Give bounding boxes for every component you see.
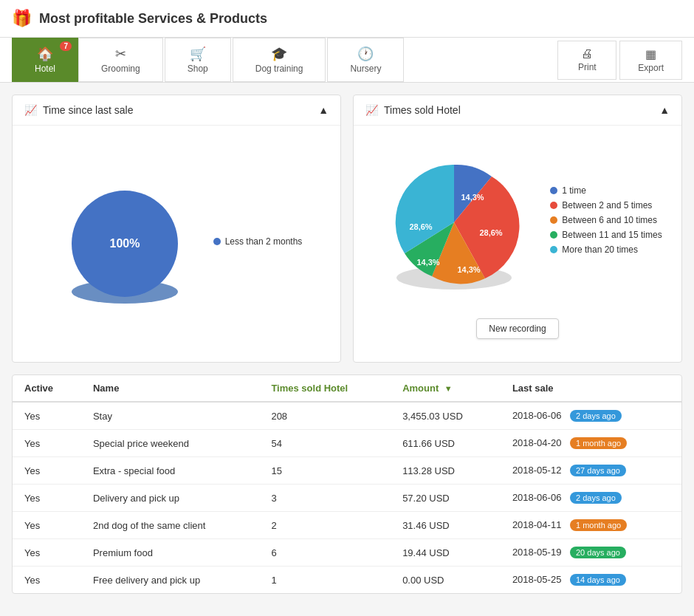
grooming-icon: ✂ (115, 46, 126, 62)
last-sale-badge-2: 27 days ago (570, 465, 626, 476)
dog-training-icon: 🎓 (271, 46, 287, 62)
col-active: Active (13, 375, 81, 402)
cell-last-sale-2: 2018-05-12 27 days ago (501, 457, 681, 485)
chart-right-collapse[interactable]: ▲ (659, 104, 670, 116)
export-label: Export (638, 63, 664, 73)
pie-left-container: 100% Less than 2 months (51, 170, 303, 318)
hotel-badge: 7 (60, 41, 72, 51)
cell-name-2: Extra - special food (81, 457, 259, 485)
table-row: Yes Premium food 6 19.44 USD 2018-05-19 … (13, 539, 681, 567)
export-icon: ▦ (645, 47, 656, 61)
col-times-sold-label: Times sold Hotel (271, 383, 348, 394)
cell-active-1: Yes (13, 430, 81, 457)
cell-active-3: Yes (13, 485, 81, 512)
svg-text:28,6%: 28,6% (410, 222, 433, 231)
last-sale-badge-3: 2 days ago (570, 492, 622, 504)
last-sale-badge-6: 14 days ago (570, 574, 626, 586)
table-row: Yes Free delivery and pick up 1 0.00 USD… (13, 567, 681, 594)
table-row: Yes Special price weekend 54 611.66 USD … (13, 430, 681, 457)
cell-last-sale-3: 2018-06-06 2 days ago (501, 485, 681, 512)
cell-last-sale-6: 2018-05-25 14 days ago (501, 567, 681, 594)
pie-left-legend: Less than 2 months (213, 236, 303, 251)
table-row: Yes Stay 208 3,455.03 USD 2018-06-06 2 d… (13, 402, 681, 430)
legend-label-r4: More than 20 times (562, 244, 638, 255)
svg-text:28,6%: 28,6% (480, 228, 503, 237)
last-sale-badge-5: 20 days ago (570, 547, 626, 558)
chart-left-title: 📈 Time since last sale (24, 104, 133, 116)
last-sale-badge-4: 1 month ago (570, 519, 627, 531)
cell-last-sale-5: 2018-05-19 20 days ago (501, 539, 681, 567)
new-recording-area: New recording (469, 311, 566, 346)
cell-last-sale-4: 2018-04-11 1 month ago (501, 512, 681, 539)
legend-item-r4: More than 20 times (550, 244, 662, 255)
cell-times-sold-1: 54 (259, 430, 391, 457)
chart-left-header: 📈 Time since last sale ▲ (13, 95, 340, 126)
cell-active-2: Yes (13, 457, 81, 485)
table-header-row: Active Name Times sold Hotel Amount ▼ La… (13, 375, 681, 402)
legend-label-0: Less than 2 months (225, 236, 303, 247)
cell-name-1: Special price weekend (81, 430, 259, 457)
charts-row: 📈 Time since last sale ▲ 100% Less than … (0, 83, 694, 374)
cell-times-sold-5: 6 (259, 539, 391, 567)
cell-times-sold-4: 2 (259, 512, 391, 539)
pie-left-svg: 100% (51, 170, 199, 318)
chart-time-since-last-sale: 📈 Time since last sale ▲ 100% Less than … (12, 95, 341, 363)
cell-active-6: Yes (13, 567, 81, 594)
page-title: Most profitable Services & Products (39, 11, 267, 27)
pie-right-svg: 14,3% 28,6% 14,3% 14,3% 28,6% (373, 141, 535, 304)
legend-item-r2: Between 6 and 10 times (550, 215, 662, 225)
cell-amount-6: 0.00 USD (391, 567, 501, 594)
cell-name-4: 2nd dog of the same client (81, 512, 259, 539)
chart-right-title: 📈 Times sold Hotel (365, 104, 461, 116)
chart-left-body: 100% Less than 2 months (13, 126, 340, 362)
shop-icon: 🛒 (190, 46, 206, 62)
legend-dot-r2 (550, 216, 557, 224)
col-amount[interactable]: Amount ▼ (391, 375, 501, 402)
cell-active-0: Yes (13, 402, 81, 430)
svg-text:100%: 100% (109, 237, 140, 250)
chart-times-sold-hotel: 📈 Times sold Hotel ▲ (353, 95, 682, 363)
tab-grooming-label: Grooming (101, 64, 140, 74)
table-row: Yes Extra - special food 15 113.28 USD 2… (13, 457, 681, 485)
table-row: Yes Delivery and pick up 3 57.20 USD 201… (13, 485, 681, 512)
tab-dog-training[interactable]: 🎓 Dog training (233, 38, 326, 82)
cell-active-5: Yes (13, 539, 81, 567)
legend-label-r2: Between 6 and 10 times (562, 215, 657, 225)
chart-left-collapse[interactable]: ▲ (318, 104, 329, 116)
legend-dot-r4 (550, 246, 557, 253)
tabs-bar: 7 🏠 Hotel ✂ Grooming 🛒 Shop 🎓 Dog traini… (0, 38, 694, 83)
cell-active-4: Yes (13, 512, 81, 539)
svg-text:14,3%: 14,3% (461, 193, 484, 202)
col-times-sold[interactable]: Times sold Hotel (259, 375, 391, 402)
tab-nursery-label: Nursery (350, 64, 381, 74)
legend-label-r1: Between 2 and 5 times (562, 200, 652, 211)
tab-grooming[interactable]: ✂ Grooming (78, 38, 163, 82)
legend-dot-r1 (550, 202, 557, 209)
cell-times-sold-0: 208 (259, 402, 391, 430)
tab-nursery[interactable]: 🕐 Nursery (327, 38, 404, 82)
cell-last-sale-0: 2018-06-06 2 days ago (501, 402, 681, 430)
export-button[interactable]: ▦ Export (619, 41, 682, 80)
cell-amount-5: 19.44 USD (391, 539, 501, 567)
last-sale-badge-0: 2 days ago (570, 410, 622, 422)
page-header: 🎁 Most profitable Services & Products (0, 0, 694, 38)
chart-left-title-icon: 📈 (24, 104, 37, 116)
sort-arrow-icon: ▼ (444, 384, 453, 393)
pie-right-legend: 1 time Between 2 and 5 times Between 6 a… (550, 185, 662, 259)
chart-right-header: 📈 Times sold Hotel ▲ (354, 95, 681, 126)
tab-hotel-label: Hotel (35, 64, 55, 74)
tab-shop[interactable]: 🛒 Shop (165, 38, 231, 82)
col-amount-label: Amount (402, 383, 439, 394)
page-header-icon: 🎁 (12, 9, 32, 28)
tab-hotel[interactable]: 7 🏠 Hotel (12, 38, 78, 82)
hotel-icon: 🏠 (37, 46, 53, 62)
cell-amount-2: 113.28 USD (391, 457, 501, 485)
col-last-sale: Last sale (501, 375, 681, 402)
new-recording-button[interactable]: New recording (476, 318, 558, 339)
legend-dot-r3 (550, 231, 557, 239)
pie-right-container: 14,3% 28,6% 14,3% 14,3% 28,6% 1 time Bet… (373, 141, 662, 304)
legend-label-r3: Between 11 and 15 times (562, 230, 662, 240)
print-button[interactable]: 🖨 Print (557, 41, 616, 80)
cell-name-5: Premium food (81, 539, 259, 567)
legend-label-r0: 1 time (562, 185, 586, 196)
